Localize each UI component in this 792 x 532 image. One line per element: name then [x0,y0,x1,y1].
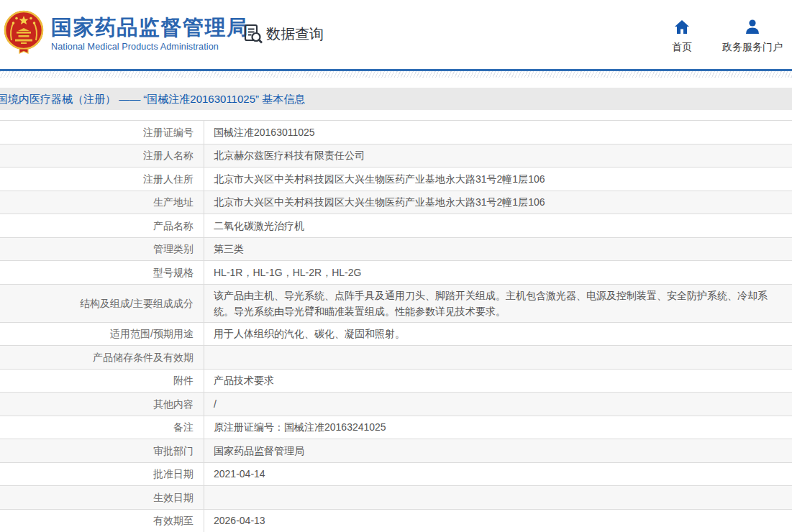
org-name-en: National Medical Products Administration [51,42,249,52]
data-query-label: 数据查询 [266,24,324,44]
table-row: 附件 产品技术要求 [0,370,792,393]
table-row: 管理类别 第三类 [0,238,792,262]
nav-item-home[interactable]: 首页 [672,19,692,54]
row-label: 注册人名称 [0,145,204,168]
document-search-icon [242,23,264,45]
row-value: / [204,393,792,416]
nav-item-gov-portal[interactable]: 政务服务门户 [722,19,783,54]
row-label: 生效日期 [0,486,204,509]
nmpa-logo[interactable]: 国家药品监督管理局 National Medical Products Admi… [2,8,249,57]
row-value: 用于人体组织的汽化、碳化、凝固和照射。 [204,323,792,346]
table-row: 型号规格 HL-1R，HL-1G，HL-2R，HL-2G [0,261,792,285]
row-value: 2026-04-13 [204,510,792,532]
row-label: 结构及组成/主要组成成分 [0,285,204,322]
row-value: 北京赫尔兹医疗科技有限责任公司 [204,145,792,168]
table-row: 注册人名称 北京赫尔兹医疗科技有限责任公司 [0,145,792,168]
hatched-band [0,71,792,78]
table-row: 其他内容 / [0,393,792,416]
row-label: 审批部门 [0,439,204,462]
table-row: 备注 原注册证编号：国械注准20163241025 [0,416,792,440]
org-name-zh: 国家药品监督管理局 [51,16,249,39]
row-label: 适用范围/预期用途 [0,323,204,346]
table-row: 注册人住所 北京市大兴区中关村科技园区大兴生物医药产业基地永大路31号2幢1层1… [0,168,792,191]
table-row: 产品名称 二氧化碳激光治疗机 [0,214,792,238]
row-label: 批准日期 [0,463,204,486]
row-label: 产品储存条件及有效期 [0,346,204,369]
table-row: 生产地址 北京市大兴区中关村科技园区大兴生物医药产业基地永大路31号2幢1层10… [0,191,792,215]
row-label: 附件 [0,370,204,393]
row-value: 北京市大兴区中关村科技园区大兴生物医药产业基地永大路31号2幢1层106 [204,191,792,214]
row-value: 国家药品监督管理局 [204,439,792,462]
nav-portal-label: 政务服务门户 [722,41,783,54]
site-header: 国家药品监督管理局 National Medical Products Admi… [0,0,792,69]
row-value: 2021-04-14 [204,463,792,486]
row-value [204,486,792,509]
national-emblem-icon [2,8,45,57]
row-label: 型号规格 [0,261,204,284]
row-label: 产品名称 [0,214,204,237]
breadcrumb: 国境内医疗器械（注册） —— “国械注准20163011025” 基本信息 [0,88,305,110]
row-value: 国械注准20163011025 [204,121,792,144]
row-value: HL-1R，HL-1G，HL-2R，HL-2G [204,261,792,284]
table-row: 结构及组成/主要组成成分 该产品由主机、导光系统、点阵手具及通用刀头、脚踏开关组… [0,285,792,323]
row-label: 备注 [0,416,204,439]
row-label: 管理类别 [0,238,204,261]
row-label: 其他内容 [0,393,204,416]
table-row: 注册证编号 国械注准20163011025 [0,121,792,145]
row-label: 注册人住所 [0,168,204,191]
row-value: 北京市大兴区中关村科技园区大兴生物医药产业基地永大路31号2幢1层106 [204,168,792,191]
row-value: 二氧化碳激光治疗机 [204,214,792,237]
row-value: 第三类 [204,238,792,261]
row-value [204,346,792,369]
row-label: 有效期至 [0,510,204,532]
table-row: 产品储存条件及有效期 [0,346,792,370]
row-value: 该产品由主机、导光系统、点阵手具及通用刀头、脚踏开关组成。主机包含激光器、电源及… [204,285,792,322]
info-table: 注册证编号 国械注准20163011025 注册人名称 北京赫尔兹医疗科技有限责… [0,120,792,532]
data-query-link[interactable]: 数据查询 [242,23,324,45]
breadcrumb-bar: 国境内医疗器械（注册） —— “国械注准20163011025” 基本信息 [0,88,792,110]
table-row: 审批部门 国家药品监督管理局 [0,439,792,463]
table-row: 生效日期 [0,486,792,510]
table-row: 批准日期 2021-04-14 [0,463,792,487]
nav-home-label: 首页 [672,41,692,54]
user-icon [745,19,760,35]
home-icon [674,19,690,35]
org-title-block: 国家药品监督管理局 National Medical Products Admi… [51,8,249,52]
header-nav: 首页 政务服务门户 [672,19,783,54]
table-row: 适用范围/预期用途 用于人体组织的汽化、碳化、凝固和照射。 [0,323,792,347]
page: 国家药品监督管理局 National Medical Products Admi… [0,0,792,532]
row-value: 产品技术要求 [204,370,792,393]
table-row: 有效期至 2026-04-13 [0,510,792,532]
row-value: 原注册证编号：国械注准20163241025 [204,416,792,439]
row-label: 注册证编号 [0,121,204,144]
row-label: 生产地址 [0,191,204,214]
